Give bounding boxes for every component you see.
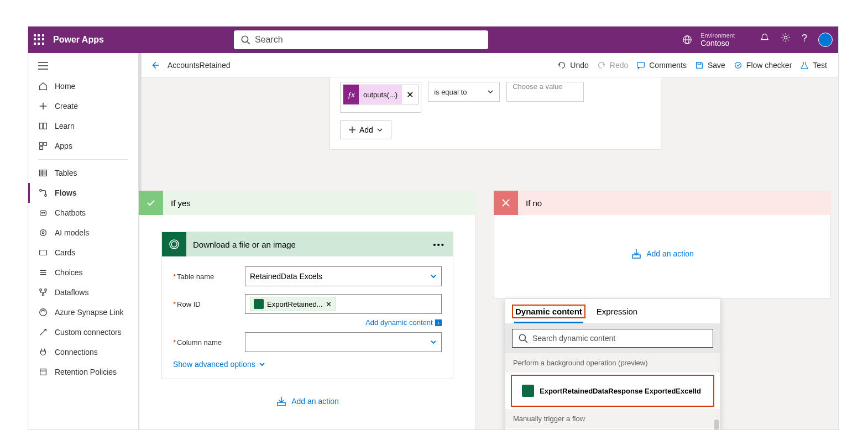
brand-title: Power Apps <box>53 35 104 45</box>
add-condition-button[interactable]: Add <box>340 120 391 139</box>
chevron-down-icon <box>487 88 494 95</box>
nav-flows[interactable]: Flows <box>28 183 138 203</box>
test-icon <box>799 60 809 70</box>
close-icon <box>494 191 518 215</box>
svg-point-24 <box>42 232 44 234</box>
action-title: Download a file or an image <box>193 240 296 249</box>
nav-synapse[interactable]: Azure Synapse Link <box>28 302 138 322</box>
nav-choices[interactable]: Choices <box>28 263 138 282</box>
add-dynamic-content-link[interactable]: Add dynamic content+ <box>173 318 442 327</box>
if-no-header[interactable]: If no <box>494 191 831 215</box>
table-name-input[interactable]: RetainedData Excels <box>245 266 442 286</box>
search-icon <box>518 333 528 343</box>
chevron-down-icon <box>377 127 383 133</box>
panel-scrollbar[interactable] <box>714 419 719 429</box>
svg-rect-12 <box>44 143 46 145</box>
show-advanced-link[interactable]: Show advanced options <box>173 360 442 369</box>
chevron-down-icon <box>259 361 265 368</box>
condition-operator[interactable]: is equal to <box>428 82 500 102</box>
chevron-down-icon <box>430 339 437 345</box>
user-avatar[interactable] <box>818 33 833 47</box>
hamburger-icon[interactable] <box>28 57 138 76</box>
if-yes-branch: If yes Download a file or an image ••• *… <box>139 191 476 429</box>
flow-checker-button[interactable]: Flow checker <box>733 60 792 70</box>
save-icon <box>694 60 704 70</box>
synapse-icon <box>38 307 48 317</box>
svg-rect-20 <box>40 211 46 215</box>
svg-point-18 <box>40 190 42 192</box>
nav-retention[interactable]: Retention Policies <box>28 362 138 382</box>
dynamic-search-input[interactable]: Search dynamic content <box>512 329 713 348</box>
column-name-input[interactable] <box>245 332 442 352</box>
row-id-input[interactable]: ExportRetained...✕ <box>245 294 442 314</box>
chevron-down-icon <box>430 273 437 280</box>
svg-point-29 <box>40 289 42 291</box>
nav-label: AI models <box>55 228 89 237</box>
undo-button[interactable]: Undo <box>557 60 588 70</box>
save-button[interactable]: Save <box>694 60 725 70</box>
help-icon[interactable]: ? <box>802 33 807 47</box>
svg-rect-47 <box>632 255 640 258</box>
expression-tab[interactable]: Expression <box>597 307 637 323</box>
dataverse-icon <box>254 299 264 309</box>
nav-label: Tables <box>55 169 77 177</box>
nav-chatbots[interactable]: Chatbots <box>28 203 138 223</box>
environment-picker[interactable]: Environment Contoso <box>700 32 735 48</box>
nav-label: Create <box>55 102 78 111</box>
dynamic-item-exported-excel-id[interactable]: ExportRetainedDataResponse ExportedExcel… <box>514 379 711 402</box>
branch-label: If no <box>526 198 542 208</box>
dataflow-icon <box>38 287 48 297</box>
search-input[interactable]: Search <box>234 30 488 49</box>
apps-icon <box>38 141 48 151</box>
dynamic-content-tab[interactable]: Dynamic content <box>514 307 583 323</box>
nav-home[interactable]: Home <box>28 76 138 96</box>
plug-icon <box>38 347 48 357</box>
svg-rect-41 <box>278 402 285 406</box>
nav-label: Azure Synapse Link <box>55 308 124 317</box>
nav-label: Flows <box>55 188 77 197</box>
notifications-icon[interactable] <box>760 33 770 43</box>
nav-tables[interactable]: Tables <box>28 163 138 183</box>
if-yes-header[interactable]: If yes <box>139 191 476 215</box>
back-icon[interactable] <box>150 60 160 70</box>
nav-learn[interactable]: Learn <box>28 116 138 136</box>
environment-name: Contoso <box>700 39 735 48</box>
nav-apps[interactable]: Apps <box>28 136 138 156</box>
svg-point-0 <box>242 36 248 42</box>
comments-button[interactable]: Comments <box>636 60 687 70</box>
condition-left-value[interactable]: ƒx outputs(...) ✕ <box>343 85 419 104</box>
nav-label: Retention Policies <box>55 368 117 376</box>
nav-connections[interactable]: Connections <box>28 342 138 362</box>
fx-label: outputs(...) <box>359 85 402 104</box>
svg-point-19 <box>45 195 47 197</box>
app-launcher-icon[interactable] <box>34 34 45 45</box>
remove-chip-icon[interactable]: ✕ <box>326 300 332 308</box>
nav-connectors[interactable]: Custom connectors <box>28 322 138 342</box>
nav-ai-models[interactable]: AI models <box>28 223 138 243</box>
add-action-link[interactable]: Add an action <box>161 396 453 407</box>
search-icon <box>240 35 250 45</box>
dynamic-content-chip[interactable]: ExportRetained...✕ <box>250 297 336 311</box>
svg-rect-35 <box>637 62 645 67</box>
action-header[interactable]: Download a file or an image ••• <box>162 232 453 256</box>
nav-label: Cards <box>55 248 75 257</box>
svg-point-23 <box>40 230 46 236</box>
test-button[interactable]: Test <box>799 60 827 70</box>
checker-icon <box>733 60 743 70</box>
nav-cards[interactable]: Cards <box>28 243 138 263</box>
settings-icon[interactable] <box>781 33 791 43</box>
nav-dataflows[interactable]: Dataflows <box>28 282 138 302</box>
connector-icon <box>38 327 48 337</box>
condition-card: ƒx outputs(...) ✕ is equal to Choose a v… <box>330 77 661 150</box>
remove-fx-icon[interactable]: ✕ <box>402 90 418 100</box>
nav-label: Dataflows <box>55 288 88 297</box>
add-action-icon <box>631 248 642 259</box>
add-action-link[interactable]: Add an action <box>516 248 808 259</box>
condition-value[interactable]: Choose a value <box>506 82 584 102</box>
more-icon[interactable]: ••• <box>433 240 445 249</box>
retention-icon <box>38 367 48 377</box>
redo-button[interactable]: Redo <box>597 60 628 70</box>
nav-create[interactable]: Create <box>28 96 138 116</box>
nav-label: Learn <box>55 122 75 130</box>
dynamic-item-username[interactable]: User name The display name of the user w… <box>505 428 720 429</box>
